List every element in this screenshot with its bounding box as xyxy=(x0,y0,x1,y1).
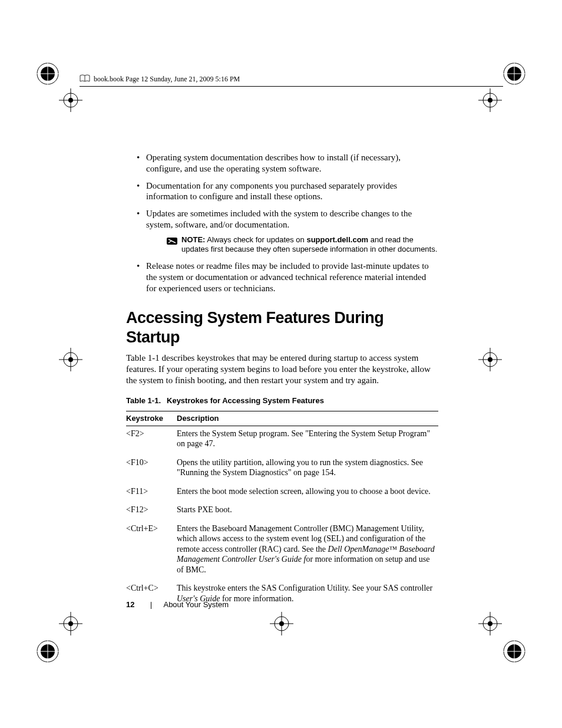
table-row: <F2> Enters the System Setup program. Se… xyxy=(126,426,438,455)
footer-divider xyxy=(151,602,151,609)
section-intro: Table 1-1 describes keystrokes that may … xyxy=(126,353,438,386)
reg-mark-mid-right xyxy=(478,348,502,371)
section-heading: Accessing System Features During Startup xyxy=(126,308,438,348)
svg-point-11 xyxy=(488,357,492,362)
table-caption-number: Table 1-1. xyxy=(126,396,161,405)
keystroke-cell: <Ctrl+E> xyxy=(126,521,177,581)
table-row: <F12> Starts PXE boot. xyxy=(126,502,438,521)
list-item: Operating system documentation describes… xyxy=(126,152,438,174)
table-caption: Table 1-1.Keystrokes for Accessing Syste… xyxy=(126,396,438,406)
note-text: NOTE: Always check for updates on suppor… xyxy=(181,235,438,255)
svg-point-13 xyxy=(68,621,73,626)
keystroke-table: Keystroke Description <F2> Enters the Sy… xyxy=(126,411,438,610)
note-icon xyxy=(166,236,178,245)
reg-mark-bot-left xyxy=(59,612,82,635)
keystroke-cell: <F2> xyxy=(126,426,177,455)
page-number: 12 xyxy=(126,600,134,609)
page-footer: 12About Your System xyxy=(126,600,229,609)
svg-point-7 xyxy=(488,98,492,103)
svg-point-17 xyxy=(488,621,492,626)
bullet-list: Operating system documentation describes… xyxy=(126,152,438,294)
description-cell: Enters the boot mode selection screen, a… xyxy=(177,484,438,503)
keystroke-cell: <F10> xyxy=(126,455,177,484)
running-header: book.book Page 12 Sunday, June 21, 2009 … xyxy=(80,74,503,87)
svg-point-5 xyxy=(68,98,73,103)
footer-section: About Your System xyxy=(163,600,229,609)
reg-mark-mid-left xyxy=(59,348,82,371)
crop-mark-top-right xyxy=(500,59,529,88)
list-item: Documentation for any components you pur… xyxy=(126,180,438,203)
reg-mark-bot-right xyxy=(478,612,502,635)
table-header-keystroke: Keystroke xyxy=(126,411,177,426)
book-icon xyxy=(80,74,90,85)
description-cell: Starts PXE boot. xyxy=(177,502,438,521)
note-label: NOTE: xyxy=(181,235,205,244)
crop-mark-bottom-left xyxy=(33,637,62,666)
keystroke-cell: <F11> xyxy=(126,484,177,503)
svg-point-15 xyxy=(279,621,284,626)
description-cell: Enters the System Setup program. See "En… xyxy=(177,426,438,455)
table-row: <F11> Enters the boot mode selection scr… xyxy=(126,484,438,503)
running-header-text: book.book Page 12 Sunday, June 21, 2009 … xyxy=(94,75,240,83)
table-row: <Ctrl+E> Enters the Baseboard Management… xyxy=(126,521,438,581)
support-link-text: support.dell.com xyxy=(306,235,368,244)
list-item: Updates are sometimes included with the … xyxy=(126,208,438,255)
note-block: NOTE: Always check for updates on suppor… xyxy=(166,235,438,255)
reg-mark-top-left xyxy=(59,88,82,112)
page: book.book Page 12 Sunday, June 21, 2009 … xyxy=(0,0,562,728)
description-cell: Opens the utility partition, allowing yo… xyxy=(177,455,438,484)
table-row: <F10> Opens the utility partition, allow… xyxy=(126,455,438,484)
list-item: Release notes or readme files may be inc… xyxy=(126,261,438,294)
content-area: Operating system documentation describes… xyxy=(126,152,438,610)
list-item-text: Updates are sometimes included with the … xyxy=(146,209,412,229)
svg-point-9 xyxy=(68,357,73,362)
list-item-text: Documentation for any components you pur… xyxy=(146,181,397,202)
list-item-text: Operating system documentation describes… xyxy=(146,153,401,173)
description-cell: Enters the Baseboard Management Controll… xyxy=(177,521,438,581)
reg-mark-bot-mid xyxy=(270,612,293,635)
reg-mark-top-right xyxy=(478,88,502,112)
list-item-text: Release notes or readme files may be inc… xyxy=(146,261,429,293)
crop-mark-top-left xyxy=(33,59,62,88)
crop-mark-bottom-right xyxy=(500,637,529,666)
table-header-description: Description xyxy=(177,411,438,426)
table-caption-text: Keystrokes for Accessing System Features xyxy=(167,396,324,405)
keystroke-cell: <F12> xyxy=(126,502,177,521)
